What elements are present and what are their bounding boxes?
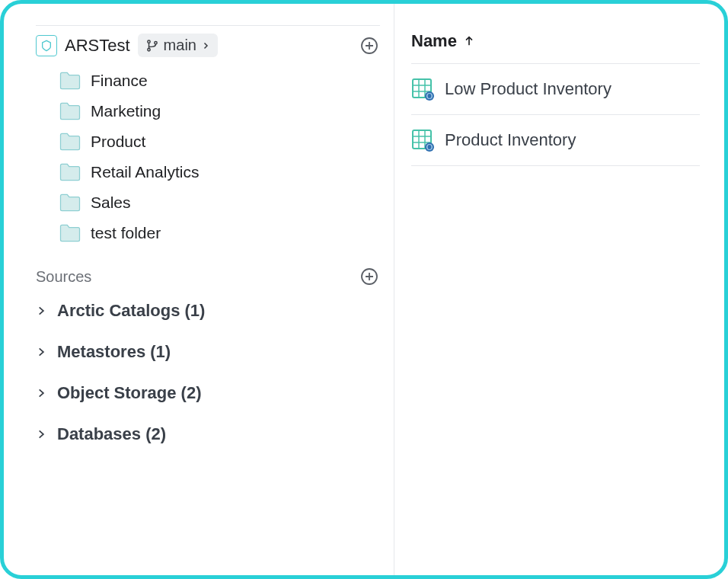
chevron-right-icon xyxy=(36,388,46,398)
svg-point-0 xyxy=(147,40,149,43)
folder-item[interactable]: test folder xyxy=(59,223,380,243)
source-item[interactable]: Arctic Catalogs (1) xyxy=(36,301,380,321)
list-item[interactable]: Low Product Inventory xyxy=(411,64,700,115)
app-frame: ARSTest main Finance Marketing xyxy=(0,0,728,579)
folder-label: Product xyxy=(91,133,145,151)
branch-selector[interactable]: main xyxy=(138,34,218,57)
folder-icon xyxy=(59,101,81,121)
folder-label: Marketing xyxy=(91,102,161,120)
list-item-label: Low Product Inventory xyxy=(445,79,611,99)
folder-item[interactable]: Marketing xyxy=(59,101,380,121)
list-item-label: Product Inventory xyxy=(445,130,576,150)
sources-list: Arctic Catalogs (1) Metastores (1) Objec… xyxy=(36,301,380,444)
folder-icon xyxy=(59,193,81,213)
column-header-label: Name xyxy=(411,31,457,51)
svg-point-6 xyxy=(425,91,434,101)
folder-item[interactable]: Finance xyxy=(59,71,380,91)
folder-icon xyxy=(59,162,81,182)
chevron-right-icon xyxy=(36,305,46,316)
source-label: Databases (2) xyxy=(57,424,166,444)
list-item[interactable]: Product Inventory xyxy=(411,115,700,166)
chevron-right-icon xyxy=(201,41,210,50)
folder-icon xyxy=(59,223,81,243)
add-source-button[interactable] xyxy=(359,266,380,287)
folder-item[interactable]: Sales xyxy=(59,193,380,213)
chevron-right-icon xyxy=(36,347,46,357)
column-header-name[interactable]: Name xyxy=(411,25,700,64)
source-label: Arctic Catalogs (1) xyxy=(57,301,205,321)
svg-point-1 xyxy=(147,48,149,50)
folder-icon xyxy=(59,132,81,152)
chevron-right-icon xyxy=(36,429,46,440)
sources-header: Sources xyxy=(36,266,380,287)
content-pane: Name Low Product Inventory xyxy=(394,4,724,575)
folder-icon xyxy=(59,71,81,91)
source-label: Object Storage (2) xyxy=(57,383,201,403)
workspace-icon xyxy=(36,35,57,56)
dataset-icon xyxy=(411,129,434,152)
source-item[interactable]: Metastores (1) xyxy=(36,342,380,362)
git-branch-icon xyxy=(145,39,159,53)
dataset-icon xyxy=(411,78,434,101)
folder-item[interactable]: Retail Analytics xyxy=(59,162,380,182)
folder-item[interactable]: Product xyxy=(59,132,380,152)
svg-point-2 xyxy=(154,41,156,43)
workspace-header: ARSTest main xyxy=(36,25,380,57)
workspace-title: ARSTest xyxy=(65,36,130,56)
branch-name: main xyxy=(164,37,196,54)
sidebar: ARSTest main Finance Marketing xyxy=(4,4,394,575)
add-item-button[interactable] xyxy=(359,35,380,56)
plus-circle-icon xyxy=(360,37,378,55)
sort-asc-icon xyxy=(463,35,475,47)
source-label: Metastores (1) xyxy=(57,342,171,362)
folder-label: Sales xyxy=(91,194,131,212)
source-item[interactable]: Object Storage (2) xyxy=(36,383,380,403)
folder-label: Retail Analytics xyxy=(91,163,199,181)
source-item[interactable]: Databases (2) xyxy=(36,424,380,444)
folder-list: Finance Marketing Product Retail Analyti… xyxy=(59,71,380,243)
svg-point-8 xyxy=(425,142,434,152)
sources-heading: Sources xyxy=(36,268,91,286)
folder-label: test folder xyxy=(91,224,161,242)
folder-label: Finance xyxy=(91,72,148,90)
plus-circle-icon xyxy=(360,267,378,286)
